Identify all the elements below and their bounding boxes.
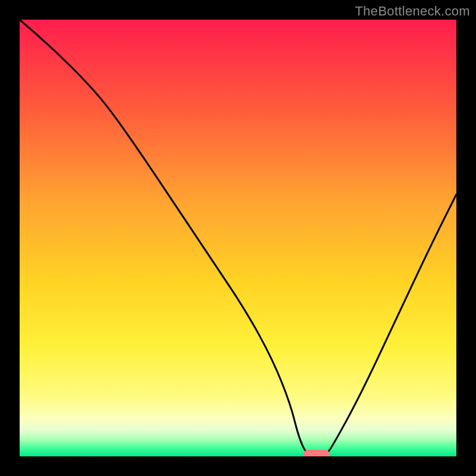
- watermark-text: TheBottleneck.com: [355, 4, 470, 19]
- chart-frame: TheBottleneck.com: [0, 0, 476, 476]
- bottleneck-curve: [20, 20, 456, 456]
- curve-path: [20, 20, 456, 456]
- optimal-marker: [303, 450, 330, 456]
- plot-area: [20, 20, 456, 456]
